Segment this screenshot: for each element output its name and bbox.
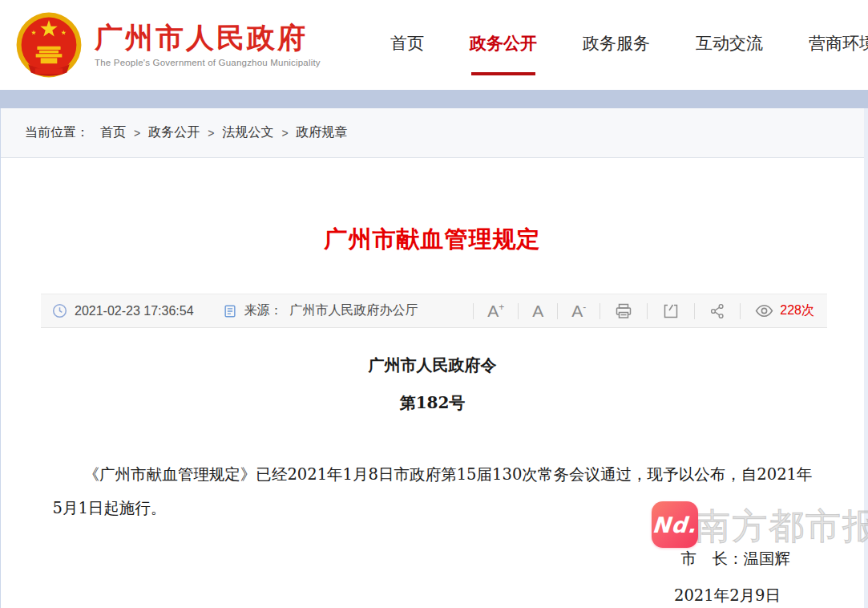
toolbar-divider <box>473 303 474 319</box>
main-nav: 首页 政务公开 政务服务 互动交流 营商环境 <box>390 32 868 58</box>
nav-item-interaction[interactable]: 互动交流 <box>696 32 763 58</box>
breadcrumb-government-affairs[interactable]: 政务公开 <box>148 124 200 141</box>
source-value: 广州市人民政府办公厅 <box>290 302 418 319</box>
site-header: 广州市人民政府 The People's Government of Guang… <box>0 0 868 90</box>
breadcrumb-separator: > <box>134 127 140 140</box>
share-nodes-icon[interactable] <box>709 302 726 320</box>
decree-title: 广州市人民政府令 <box>1 355 864 376</box>
toolbar-divider <box>518 303 519 319</box>
source-document-icon <box>223 304 237 318</box>
decree-number: 第182号 <box>1 392 864 414</box>
header-divider-band <box>0 90 868 108</box>
export-share-icon[interactable] <box>661 302 680 321</box>
article-meta-bar: 2021-02-23 17:36:54 来源： 广州市人民政府办公厅 A+ A … <box>41 294 827 328</box>
site-name-english: The People's Government of Guangzhou Mun… <box>95 58 321 67</box>
clock-icon <box>52 303 67 318</box>
views-eye-icon <box>754 301 774 321</box>
toolbar-divider <box>647 303 648 319</box>
page-title: 广州市献血管理规定 <box>1 224 864 256</box>
font-increase-button[interactable]: A+ <box>487 302 504 319</box>
signature-line: 市 长：温国辉 <box>1 548 864 569</box>
breadcrumb-home[interactable]: 首页 <box>100 124 126 141</box>
nd-logo-text: Nd. <box>652 513 697 537</box>
breadcrumb-prefix: 当前位置： <box>25 124 89 141</box>
site-name: 广州市人民政府 <box>95 22 321 54</box>
nav-item-government-affairs[interactable]: 政务公开 <box>470 32 537 58</box>
publish-time: 2021-02-23 17:36:54 <box>75 304 194 318</box>
nav-item-business-environment[interactable]: 营商环境 <box>809 32 868 58</box>
breadcrumb: 当前位置： 首页 > 政务公开 > 法规公文 > 政府规章 <box>1 108 864 158</box>
national-emblem-icon <box>14 10 83 79</box>
breadcrumb-government-rules[interactable]: 政府规章 <box>297 124 348 141</box>
print-icon[interactable] <box>614 302 633 321</box>
source-label: 来源： <box>244 302 283 319</box>
breadcrumb-separator: > <box>208 127 214 140</box>
breadcrumb-regulations[interactable]: 法规公文 <box>222 124 273 141</box>
font-reset-button[interactable]: A <box>532 302 543 319</box>
content-panel: 当前位置： 首页 > 政务公开 > 法规公文 > 政府规章 广州市献血管理规定 … <box>0 108 864 608</box>
nav-item-home[interactable]: 首页 <box>390 32 424 58</box>
toolbar-divider <box>694 303 695 319</box>
watermark-text: 南方都市报 <box>695 503 868 550</box>
breadcrumb-separator: > <box>281 127 288 140</box>
nd-press-logo: Nd. <box>652 501 698 548</box>
views-count: 228次 <box>780 302 814 319</box>
date-line: 2021年2月9日 <box>1 585 864 606</box>
toolbar-divider <box>740 303 741 319</box>
site-logo[interactable]: 广州市人民政府 The People's Government of Guang… <box>14 10 321 79</box>
toolbar-divider <box>600 303 600 319</box>
nav-item-services[interactable]: 政务服务 <box>583 32 650 58</box>
font-decrease-button[interactable]: A- <box>571 302 586 319</box>
toolbar-divider <box>557 303 558 319</box>
